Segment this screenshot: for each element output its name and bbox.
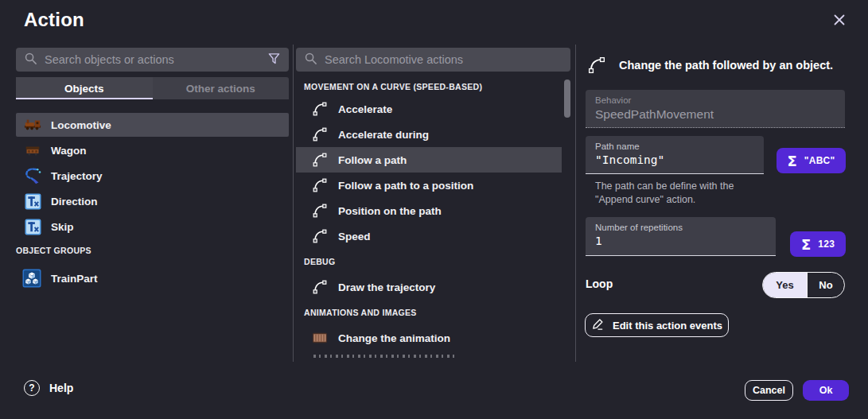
scrollbar-thumb[interactable] [564,80,570,118]
cancel-button[interactable]: Cancel [745,380,793,401]
locomotive-icon [24,116,41,134]
path-help-text: The path can be define with the "Append … [595,180,734,207]
action-row-speed[interactable]: Speed [296,223,562,249]
loop-yes-option[interactable]: Yes [763,273,807,297]
actions-search-input[interactable] [325,53,562,66]
path-curve-icon [312,126,328,142]
loop-label: Loop [586,277,613,290]
help-link[interactable]: ? Help [24,380,73,396]
ok-button[interactable]: Ok [803,380,849,401]
animation-icon [312,330,328,346]
help-icon: ? [24,380,40,396]
path-curve-icon [312,203,328,219]
close-icon [831,12,847,31]
object-row-skip[interactable]: Skip [16,215,289,239]
objects-search-input[interactable] [45,53,260,66]
tab-objects[interactable]: Objects [16,77,153,99]
path-curve-icon [312,101,328,117]
section-header: MOVEMENT ON A CURVE (SPEED-BASED) [296,76,562,96]
wagon-icon [24,142,41,159]
pencil-icon [591,317,605,333]
repetitions-field-label: Number of repetitions [595,223,766,232]
edit-action-events-button[interactable]: Edit this action events [585,313,729,337]
filter-icon[interactable] [267,52,281,68]
dialog-title: Action [24,9,84,31]
actions-scrollbar [564,76,570,358]
trajectory-icon [24,167,41,184]
action-row-follow-a-path-to-position[interactable]: Follow a path to a position [296,173,562,198]
tab-other-actions[interactable]: Other actions [153,77,290,99]
path-curve-icon [312,152,328,168]
clipped-next-row [313,355,455,358]
actions-list: MOVEMENT ON A CURVE (SPEED-BASED) Accele… [296,76,562,358]
repetitions-field: Number of repetitions [586,217,776,256]
path-name-input[interactable] [595,153,754,166]
object-group-icon [22,269,41,288]
action-dialog: Action Objects Other actions [0,0,868,419]
group-row-trainpart[interactable]: TrainPart [16,266,289,291]
object-row-wagon[interactable]: Wagon [16,138,289,162]
close-button[interactable] [828,10,850,33]
path-name-field: Path name [586,136,764,174]
loop-no-option[interactable]: No [807,273,844,297]
objects-list: Locomotive Wagon Trajectory [16,113,289,240]
action-row-accelerate[interactable]: Accelerate [296,96,562,122]
action-description: Change the path followed by an object. [619,59,833,72]
object-row-direction[interactable]: Direction [16,189,289,213]
path-curve-icon [587,56,606,75]
search-icon [304,52,317,68]
object-row-trajectory[interactable]: Trajectory [16,164,289,188]
object-row-locomotive[interactable]: Locomotive [16,113,289,137]
path-curve-icon [312,228,328,244]
text-object-icon [24,218,41,235]
path-curve-icon [312,177,328,193]
text-object-icon [24,192,41,210]
sigma-icon: Σ [787,153,796,169]
behavior-field-value [595,107,835,122]
behavior-field-label: Behavior [595,95,835,105]
loop-toggle: Yes No [762,272,845,298]
left-tabs: Objects Other actions [16,77,289,99]
path-expression-button[interactable]: Σ "ABC" [777,148,846,173]
repetitions-input[interactable] [595,235,766,247]
object-groups-header: OBJECT GROUPS [16,246,91,255]
behavior-field: Behavior [586,90,845,128]
path-curve-icon [312,279,328,295]
search-icon [24,52,37,68]
section-header: ANIMATIONS AND IMAGES [296,300,562,325]
action-row-accelerate-during[interactable]: Accelerate during [296,122,562,147]
actions-search-bar [296,48,570,72]
repetitions-expression-button[interactable]: Σ 123 [790,231,846,257]
action-row-draw-trajectory[interactable]: Draw the trajectory [296,274,562,300]
panel-divider [293,45,294,362]
action-description-header: Change the path followed by an object. [587,56,850,75]
action-row-position-on-path[interactable]: Position on the path [296,198,562,223]
action-row-change-animation[interactable]: Change the animation [296,325,562,351]
panel-divider [575,45,576,362]
section-header: DEBUG [296,249,562,274]
path-name-field-label: Path name [595,142,754,151]
sigma-icon: Σ [801,236,811,253]
action-row-follow-a-path[interactable]: Follow a path [296,147,562,173]
objects-search-bar [16,48,289,72]
